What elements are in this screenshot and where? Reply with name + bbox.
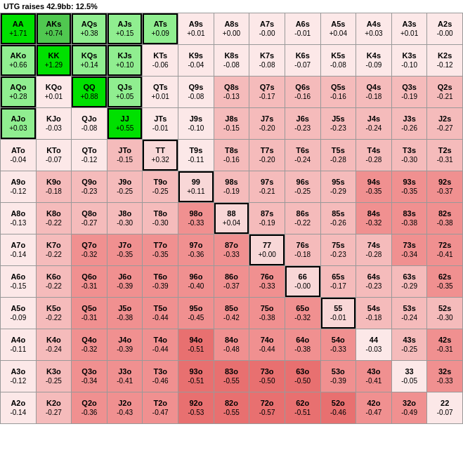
hand-name: A5s: [331, 20, 345, 29]
hand-name: 98s: [225, 178, 237, 187]
hand-name: J6s: [296, 114, 309, 124]
hand-name: QTs: [153, 83, 168, 92]
hand-cell-92s: 92s-0.37: [427, 171, 462, 202]
hand-value: -0.21: [437, 93, 453, 101]
hand-cell-42s: 42s-0.31: [427, 329, 462, 360]
hand-name: 76s: [296, 241, 309, 250]
hand-value: +0.05: [116, 93, 133, 101]
hand-name: AKo: [11, 51, 27, 60]
hand-cell-94o: 94o-0.51: [178, 329, 214, 360]
hand-cell-66: 66-0.00: [285, 266, 320, 297]
hand-value: -0.39: [152, 282, 169, 291]
hand-name: 62o: [296, 399, 309, 408]
hand-cell-k5o: K5o-0.22: [37, 298, 72, 329]
hand-cell-q6o: Q6o-0.31: [72, 266, 107, 297]
hand-name: 64o: [296, 336, 309, 345]
hand-cell-k6o: K6o-0.22: [37, 266, 72, 297]
hand-cell-95o: 95o-0.45: [178, 298, 214, 329]
hand-value: -0.24: [46, 345, 62, 354]
hand-cell-q3s: Q3s-0.19: [392, 77, 427, 107]
hand-cell-kts: KTs-0.06: [143, 45, 178, 76]
hand-name: Q8s: [224, 83, 239, 92]
hand-value: -0.27: [437, 124, 453, 133]
hand-cell-kk: KK+1.29: [37, 45, 72, 76]
hand-value: -0.36: [81, 409, 98, 417]
hand-value: -0.30: [152, 219, 169, 227]
hand-name: J3s: [403, 114, 415, 124]
hand-value: -0.46: [330, 409, 346, 417]
hand-cell-q4s: Q4s-0.18: [356, 77, 391, 107]
hand-name: T9s: [189, 146, 202, 155]
hand-value: -0.25: [152, 187, 169, 196]
hand-cell-t5o: T5o-0.44: [143, 298, 178, 329]
hand-cell-q3o: Q3o-0.34: [72, 361, 107, 392]
hand-name: K7o: [46, 241, 61, 250]
hand-value: +0.55: [116, 124, 133, 133]
hand-cell-q7s: Q7s-0.17: [249, 77, 285, 107]
hand-cell-aqs: AQs+0.38: [72, 13, 107, 44]
hand-cell-73o: 73o-0.50: [249, 361, 285, 392]
hand-value: -0.41: [366, 377, 382, 385]
hand-name: 85o: [225, 304, 238, 313]
hand-value: -0.41: [117, 377, 133, 385]
hand-name: K7s: [260, 51, 274, 60]
hand-name: J9s: [190, 114, 202, 124]
hand-name: Q9s: [188, 83, 203, 92]
hand-value: -0.13: [10, 219, 26, 227]
hand-cell-t6o: T6o-0.39: [143, 266, 178, 297]
hand-value: -0.08: [81, 124, 98, 133]
hand-cell-q5o: Q5o-0.31: [72, 298, 107, 329]
hand-cell-j2s: J2s-0.27: [427, 108, 462, 139]
hand-name: T6o: [153, 272, 167, 282]
hand-value: -0.00: [294, 282, 311, 291]
hand-value: -0.25: [294, 187, 311, 196]
hand-value: -0.07: [437, 409, 453, 417]
hand-name: A5o: [11, 304, 25, 313]
hand-cell-54o: 54o-0.33: [321, 329, 356, 360]
hand-cell-77: 77+0.00: [249, 234, 285, 265]
hand-value: -0.23: [294, 124, 311, 133]
hand-name: K8s: [224, 51, 238, 60]
hand-value: -0.08: [223, 61, 240, 70]
hand-cell-65s: 65s-0.17: [321, 266, 356, 297]
hand-name: 97o: [189, 241, 202, 250]
hand-cell-k9s: K9s-0.04: [178, 45, 214, 76]
hand-cell-72o: 72o-0.57: [249, 392, 285, 423]
hand-name: K4s: [367, 51, 381, 60]
hand-value: -0.22: [46, 251, 62, 259]
hand-value: -0.37: [223, 282, 240, 291]
hand-value: -0.18: [46, 187, 62, 196]
hand-cell-53o: 53o-0.39: [321, 361, 356, 392]
hand-value: -0.19: [401, 93, 417, 101]
hand-value: -0.22: [46, 282, 62, 291]
hand-name: 97s: [261, 178, 273, 187]
hand-cell-96o: 96o-0.40: [178, 266, 214, 297]
hand-cell-k4o: K4o-0.24: [37, 329, 72, 360]
hand-cell-ato: ATo-0.04: [1, 140, 36, 171]
hand-cell-t4o: T4o-0.44: [143, 329, 178, 360]
hand-value: -0.30: [117, 219, 133, 227]
hand-cell-74o: 74o-0.44: [249, 329, 285, 360]
hand-value: -0.40: [188, 282, 204, 291]
hand-name: J5o: [118, 304, 131, 313]
hand-name: JTo: [118, 146, 131, 155]
hand-name: T3o: [153, 367, 167, 376]
hand-value: -0.27: [46, 409, 62, 417]
hand-cell-a4s: A4s+0.03: [356, 13, 391, 44]
hand-value: -0.36: [188, 251, 204, 259]
hand-name: QJs: [117, 83, 132, 92]
hand-name: 84s: [367, 209, 380, 218]
hand-name: 54o: [332, 336, 345, 345]
hand-name: 86s: [296, 209, 309, 218]
hand-value: -0.22: [46, 314, 62, 322]
hand-cell-t8o: T8o-0.30: [143, 203, 178, 234]
hand-name: T6s: [296, 146, 309, 155]
hand-cell-t7o: T7o-0.35: [143, 234, 178, 265]
hand-name: K3s: [402, 51, 416, 60]
hand-value: -0.42: [223, 314, 240, 322]
hand-value: -0.08: [330, 61, 346, 70]
hand-value: -0.55: [223, 377, 240, 385]
hand-cell-q7o: Q7o-0.32: [72, 234, 107, 265]
hand-name: QQ: [83, 83, 95, 92]
hand-value: +0.32: [152, 156, 169, 164]
